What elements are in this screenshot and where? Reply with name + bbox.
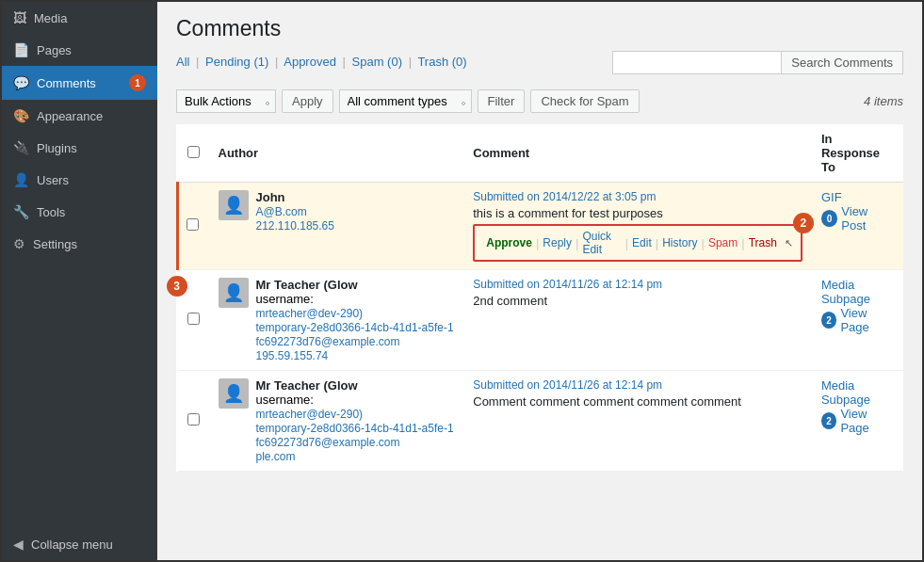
filter-spam[interactable]: Spam (0) xyxy=(352,55,402,69)
author-cell: 👤 Mr Teacher (Glow username: mrteacher@d… xyxy=(209,371,464,472)
callout-2: 2 xyxy=(793,213,814,233)
search-bar: Search Comments xyxy=(612,51,903,74)
author-cell: 👤 John A@B.com 212.110.185.65 xyxy=(209,183,464,270)
search-comments-button[interactable]: Search Comments xyxy=(782,51,903,74)
apply-button[interactable]: Apply xyxy=(282,89,333,113)
users-icon: 👤 xyxy=(13,172,29,187)
filter-all[interactable]: All xyxy=(176,55,189,69)
sidebar-item-comments[interactable]: 💬 Comments 1 xyxy=(2,66,157,100)
edit-link[interactable]: Edit xyxy=(628,236,656,249)
author-email[interactable]: A@B.com xyxy=(256,205,307,218)
table-row: 👤 Mr Teacher (Glow username: mrteacher@d… xyxy=(178,371,904,472)
approve-link[interactable]: Approve xyxy=(482,236,536,249)
response-title[interactable]: Media Subpage xyxy=(821,378,870,407)
history-link[interactable]: History xyxy=(658,236,701,249)
table-row: 3 👤 Mr Teacher (Glow username: mrteacher… xyxy=(178,270,904,371)
comment-date: Submitted on 2014/12/22 at 3:05 pm xyxy=(473,190,802,203)
sidebar-item-label: Tools xyxy=(37,205,146,219)
select-all-header xyxy=(178,124,209,183)
sidebar-item-label: Comments xyxy=(37,76,124,90)
sidebar-item-tools[interactable]: 🔧 Tools xyxy=(2,196,157,228)
comments-table: Author Comment In Response To 👤 Jo xyxy=(176,124,903,472)
comment-date: Submitted on 2014/11/26 at 12:14 pm xyxy=(473,278,802,291)
plugins-icon: 🔌 xyxy=(13,140,29,155)
comment-text: 2nd comment xyxy=(473,294,802,308)
row-actions: Approve | Reply | Quick Edit | Edit | Hi… xyxy=(473,224,802,262)
row-checkbox[interactable] xyxy=(187,313,200,325)
sidebar-item-collapse[interactable]: ◀ Collapse menu xyxy=(2,528,157,560)
filter-button[interactable]: Filter xyxy=(478,89,526,113)
sidebar-item-pages[interactable]: 📄 Pages xyxy=(2,34,157,66)
comment-text: Comment comment comment comment comment xyxy=(473,394,802,409)
row-actions-box: Approve | Reply | Quick Edit | Edit | Hi… xyxy=(473,224,802,262)
bulk-actions-wrapper: Bulk Actions ⬦ xyxy=(176,89,276,113)
author-email[interactable]: mrteacher@dev-290) xyxy=(256,408,364,421)
bulk-actions-select[interactable]: Bulk Actions xyxy=(176,89,276,113)
author-ip[interactable]: ple.com xyxy=(256,450,296,463)
check-spam-button[interactable]: Check for Spam xyxy=(530,89,639,113)
author-url[interactable]: temporary-2e8d0366-14cb-41d1-a5fe-1fc692… xyxy=(256,321,454,348)
filter-trash[interactable]: Trash (0) xyxy=(417,55,466,69)
sidebar: 🖼 Media 📄 Pages 💬 Comments 1 🎨 Appearanc… xyxy=(2,2,157,560)
row-checkbox[interactable] xyxy=(186,218,199,231)
response-badge: 0 xyxy=(821,210,837,227)
quick-edit-link[interactable]: Quick Edit xyxy=(578,230,624,256)
sidebar-item-settings[interactable]: ⚙ Settings xyxy=(2,228,157,260)
search-input[interactable] xyxy=(612,51,782,74)
tools-icon: 🔧 xyxy=(13,204,29,219)
reply-link[interactable]: Reply xyxy=(539,236,575,249)
author-url[interactable]: temporary-2e8d0366-14cb-41d1-a5fe-1fc692… xyxy=(256,422,454,449)
avatar: 👤 xyxy=(219,190,249,220)
comment-header: Comment xyxy=(463,124,812,183)
media-icon: 🖼 xyxy=(13,10,26,25)
select-all-checkbox[interactable] xyxy=(187,146,200,158)
response-header: In Response To xyxy=(812,124,903,183)
trash-link[interactable]: Trash xyxy=(745,236,781,249)
comment-types-select[interactable]: All comment types xyxy=(339,89,472,113)
author-name: Mr Teacher (Glow xyxy=(256,278,455,292)
response-badge: 2 xyxy=(821,312,836,329)
response-cell: GIF 0 View Post xyxy=(812,183,903,270)
cursor-indicator: ↖ xyxy=(785,237,793,249)
response-title[interactable]: Media Subpage xyxy=(821,278,870,306)
author-header: Author xyxy=(209,124,464,183)
main-content: Comments All | Pending (1) | Approved | … xyxy=(157,2,922,560)
filter-approved[interactable]: Approved xyxy=(284,55,336,69)
sidebar-item-users[interactable]: 👤 Users xyxy=(2,164,157,196)
page-title: Comments xyxy=(176,16,903,41)
comment-cell: Submitted on 2014/12/22 at 3:05 pm this … xyxy=(463,183,812,270)
items-count: 4 items xyxy=(864,94,903,108)
response-cell: Media Subpage 2 View Page xyxy=(812,270,903,371)
author-ip[interactable]: 195.59.155.74 xyxy=(256,349,329,362)
row-checkbox[interactable] xyxy=(187,413,200,426)
comment-types-wrapper: All comment types ⬦ xyxy=(339,89,472,113)
sidebar-item-label: Plugins xyxy=(37,141,146,155)
author-email[interactable]: mrteacher@dev-290) xyxy=(256,307,364,320)
comment-cell: Submitted on 2014/11/26 at 12:14 pm Comm… xyxy=(463,371,812,472)
filter-pending[interactable]: Pending (1) xyxy=(205,55,268,69)
sidebar-item-label: Appearance xyxy=(37,109,146,123)
settings-icon: ⚙ xyxy=(13,236,25,251)
collapse-icon: ◀ xyxy=(13,537,24,552)
sidebar-item-media[interactable]: 🖼 Media xyxy=(2,2,157,34)
filter-links: All | Pending (1) | Approved | Spam (0) … xyxy=(176,55,467,69)
author-name: Mr Teacher (Glow xyxy=(256,378,455,393)
username-label: username: xyxy=(256,393,314,407)
pages-icon: 📄 xyxy=(13,42,29,57)
response-title[interactable]: GIF xyxy=(821,190,842,204)
view-page-link[interactable]: View Page xyxy=(840,306,894,334)
comment-text: this is a comment for test purposes xyxy=(473,206,802,220)
author-ip[interactable]: 212.110.185.65 xyxy=(256,219,334,233)
comment-cell: Submitted on 2014/11/26 at 12:14 pm 2nd … xyxy=(463,270,812,371)
callout-3: 3 xyxy=(167,276,187,297)
response-badge: 2 xyxy=(821,412,836,429)
sidebar-item-appearance[interactable]: 🎨 Appearance xyxy=(2,100,157,132)
sidebar-item-label: Media xyxy=(34,11,146,25)
view-post-link[interactable]: View Post xyxy=(841,204,894,233)
collapse-label: Collapse menu xyxy=(31,538,146,552)
spam-link[interactable]: Spam xyxy=(705,236,741,249)
username-label: username: xyxy=(256,292,314,306)
view-page-link[interactable]: View Page xyxy=(840,407,894,435)
sidebar-item-plugins[interactable]: 🔌 Plugins xyxy=(2,132,157,164)
comment-date: Submitted on 2014/11/26 at 12:14 pm xyxy=(473,378,802,392)
